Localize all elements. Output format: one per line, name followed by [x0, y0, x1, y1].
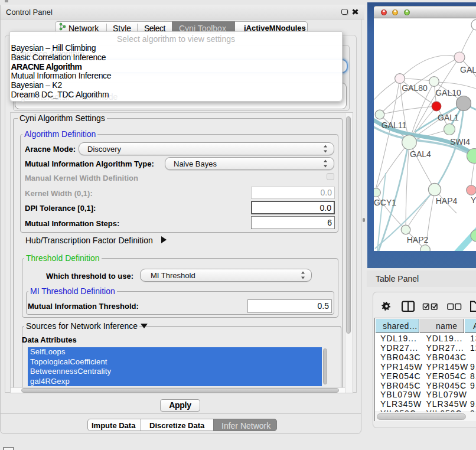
svg-text:GAL80: GAL80: [402, 83, 428, 93]
svg-text:Y: Y: [471, 195, 476, 205]
svg-text:HAP2: HAP2: [407, 235, 429, 244]
svg-text:SWI4: SWI4: [450, 137, 470, 146]
svg-text:HAP4: HAP4: [436, 196, 458, 206]
svg-text:GAL10: GAL10: [435, 88, 461, 97]
svg-text:GAL: GAL: [460, 65, 476, 74]
svg-text:GCY1: GCY1: [374, 198, 396, 207]
svg-text:GAL4: GAL4: [410, 149, 431, 159]
svg-text:GAL11: GAL11: [382, 120, 407, 130]
svg-text:GAL1: GAL1: [438, 113, 459, 122]
